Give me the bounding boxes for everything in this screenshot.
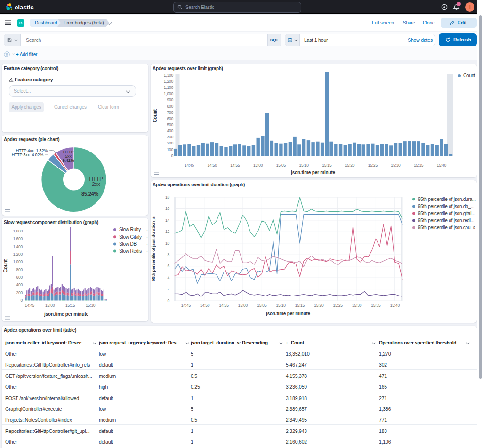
svg-text:Count: Count <box>463 73 475 78</box>
svg-text:15:10: 15:10 <box>276 303 286 308</box>
svg-text:600: 600 <box>167 116 173 121</box>
svg-text:15:10: 15:10 <box>299 163 309 168</box>
svg-text:Count: Count <box>3 259 8 272</box>
svg-text:8: 8 <box>167 252 169 257</box>
svg-text:15:20: 15:20 <box>345 163 355 168</box>
svg-text:14:45: 14:45 <box>181 303 191 308</box>
svg-text:95th percentile of json.durati: 95th percentile of json.duration_s <box>151 216 156 281</box>
svg-text:Slow DB: Slow DB <box>119 241 137 247</box>
svg-text:1,600: 1,600 <box>13 236 23 241</box>
svg-text:1,200: 1,200 <box>164 79 174 84</box>
svg-text:1,000: 1,000 <box>164 91 174 96</box>
svg-text:15:15: 15:15 <box>295 303 305 308</box>
svg-text:15:30: 15:30 <box>86 303 96 308</box>
svg-text:900: 900 <box>167 97 173 102</box>
svg-text:0: 0 <box>20 298 23 303</box>
svg-text:Count: Count <box>153 109 158 122</box>
svg-text:1,000: 1,000 <box>13 259 23 264</box>
svg-text:14: 14 <box>165 218 170 223</box>
svg-text:600: 600 <box>16 275 23 280</box>
svg-text:15:40: 15:40 <box>437 163 447 168</box>
svg-text:15:40: 15:40 <box>390 303 400 308</box>
svg-text:15:00: 15:00 <box>238 303 248 308</box>
svg-text:15:25: 15:25 <box>333 303 343 308</box>
svg-text:Slow Gitaly: Slow Gitaly <box>119 234 142 240</box>
svg-text:85.24%: 85.24% <box>81 191 99 197</box>
svg-text:10: 10 <box>165 241 170 246</box>
svg-text:0: 0 <box>171 153 173 158</box>
svg-text:95th percentile of json.gital.: 95th percentile of json.gital... <box>418 211 475 216</box>
svg-text:2xx: 2xx <box>92 181 100 187</box>
svg-text:1,300: 1,300 <box>164 73 174 78</box>
svg-text:1,200: 1,200 <box>13 252 23 256</box>
svg-text:1,100: 1,100 <box>164 85 174 90</box>
svg-text:95th percentile of json.cpu_s: 95th percentile of json.cpu_s <box>418 225 475 230</box>
svg-text:1,800: 1,800 <box>13 229 23 233</box>
svg-text:400: 400 <box>167 128 173 133</box>
svg-text:15:20: 15:20 <box>314 303 324 308</box>
svg-text:Slow Redis: Slow Redis <box>119 248 142 254</box>
svg-text:14:50: 14:50 <box>200 303 210 308</box>
svg-text:14:45: 14:45 <box>25 303 35 308</box>
svg-text:json.time per minute: json.time per minute <box>265 311 310 316</box>
svg-text:14:45: 14:45 <box>185 163 194 168</box>
svg-text:json.time per minute: json.time per minute <box>44 312 88 317</box>
svg-text:15:05: 15:05 <box>276 163 286 168</box>
svg-text:⋮: ⋮ <box>145 235 148 240</box>
svg-text:0: 0 <box>167 298 169 303</box>
svg-text:400: 400 <box>16 282 23 287</box>
svg-text:15:15: 15:15 <box>322 163 332 168</box>
svg-text:200: 200 <box>16 290 23 295</box>
svg-text:15:15: 15:15 <box>65 303 75 308</box>
svg-text:500: 500 <box>167 122 173 127</box>
svg-text:12: 12 <box>165 229 170 234</box>
svg-text:15:00: 15:00 <box>45 303 55 308</box>
svg-text:95th percentile of json.dura..: 95th percentile of json.dura... <box>418 197 476 202</box>
svg-text:300: 300 <box>167 135 173 139</box>
svg-text:15:00: 15:00 <box>253 163 263 168</box>
svg-text:1,400: 1,400 <box>13 244 23 249</box>
svg-text:15:35: 15:35 <box>414 163 424 168</box>
svg-text:14:55: 14:55 <box>219 303 229 308</box>
svg-text:4: 4 <box>167 275 169 280</box>
svg-text:100: 100 <box>167 147 173 152</box>
svg-text:14:50: 14:50 <box>208 163 217 168</box>
svg-text:Slow Ruby: Slow Ruby <box>119 227 141 232</box>
svg-text:15:30: 15:30 <box>391 163 401 168</box>
svg-text:HTTP 3xx 4.02%: HTTP 3xx 4.02% <box>12 152 44 157</box>
svg-text:15:05: 15:05 <box>257 303 267 308</box>
svg-text:15:30: 15:30 <box>352 303 362 308</box>
svg-text:700: 700 <box>167 110 173 115</box>
svg-text:⋮: ⋮ <box>145 242 148 247</box>
svg-text:800: 800 <box>16 267 23 272</box>
svg-text:800: 800 <box>167 104 173 109</box>
svg-text:⋮: ⋮ <box>145 228 148 232</box>
svg-text:json.time per minute: json.time per minute <box>290 170 335 175</box>
svg-text:9.42%: 9.42% <box>63 158 74 163</box>
svg-text:⋮: ⋮ <box>145 249 148 254</box>
svg-text:18: 18 <box>165 195 170 200</box>
svg-text:15:35: 15:35 <box>371 303 381 308</box>
svg-text:14:55: 14:55 <box>230 163 240 168</box>
svg-text:6: 6 <box>167 264 169 268</box>
svg-text:2: 2 <box>167 287 169 291</box>
svg-text:95th percentile of json.redi..: 95th percentile of json.redi... <box>418 218 474 223</box>
svg-text:15:25: 15:25 <box>368 163 378 168</box>
svg-text:200: 200 <box>167 141 173 145</box>
svg-text:95th percentile of json.db_...: 95th percentile of json.db_... <box>418 204 474 209</box>
svg-text:16: 16 <box>165 206 170 211</box>
